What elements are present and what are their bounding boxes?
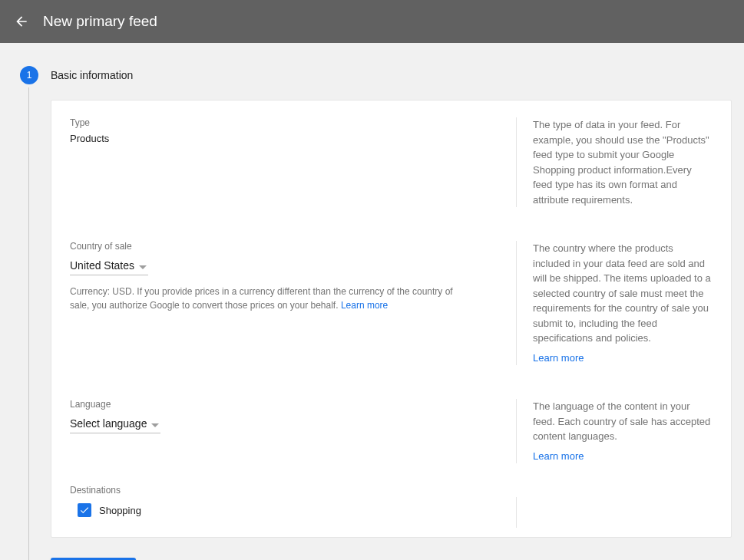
divider (516, 241, 517, 365)
country-helper: Currency: USD. If you provide prices in … (70, 285, 469, 312)
country-select[interactable]: United States (70, 256, 148, 275)
country-description: The country where the products included … (533, 241, 713, 346)
content: 1 Basic information Type Products The ty… (0, 43, 744, 560)
app-header: New primary feed (0, 0, 744, 43)
type-label: Type (70, 117, 498, 128)
type-description: The type of data in your feed. For examp… (533, 119, 709, 206)
language-description: The language of the content in your feed… (533, 399, 713, 444)
language-select[interactable]: Select language (70, 414, 160, 433)
chevron-down-icon (151, 417, 159, 430)
type-value: Products (70, 133, 498, 144)
section-country: Country of sale United States Currency: … (51, 224, 731, 382)
destination-item: Shopping (70, 503, 498, 517)
destination-checkbox[interactable] (78, 503, 91, 517)
step-number-badge: 1 (20, 66, 38, 84)
step-rail (20, 84, 38, 560)
destinations-label: Destinations (70, 485, 498, 496)
country-helper-link[interactable]: Learn more (341, 300, 388, 311)
destination-label: Shopping (99, 505, 141, 516)
chevron-down-icon (139, 259, 147, 272)
language-desc-link[interactable]: Learn more (533, 450, 584, 462)
step-body: Type Products The type of data in your f… (20, 84, 732, 560)
country-helper-text: Currency: USD. If you provide prices in … (70, 286, 453, 311)
section-type: Type Products The type of data in your f… (51, 100, 731, 224)
section-destinations: Destinations Shopping (51, 480, 731, 537)
language-label: Language (70, 399, 498, 410)
divider (516, 497, 517, 528)
country-desc-link[interactable]: Learn more (533, 352, 584, 364)
form-card: Type Products The type of data in your f… (51, 100, 732, 538)
country-value: United States (70, 259, 134, 272)
step-title: Basic information (51, 69, 133, 81)
language-value: Select language (70, 417, 147, 430)
back-arrow-icon[interactable] (12, 12, 31, 31)
page-title: New primary feed (43, 13, 157, 30)
divider (516, 399, 517, 463)
step-header-row: 1 Basic information (20, 68, 732, 84)
section-language: Language Select language The language of… (51, 382, 731, 480)
country-label: Country of sale (70, 241, 498, 252)
divider (516, 117, 517, 207)
